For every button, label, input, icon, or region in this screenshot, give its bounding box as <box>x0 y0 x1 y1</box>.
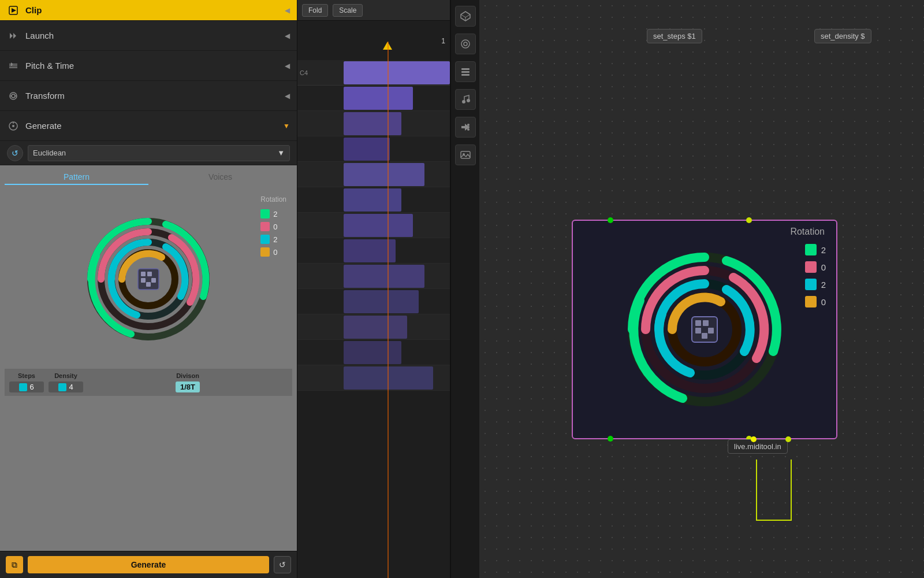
note-row-11 <box>297 340 450 365</box>
playhead-line <box>388 42 389 578</box>
launch-section[interactable]: Launch ◀ <box>0 21 297 51</box>
svg-line-27 <box>461 14 465 17</box>
svg-rect-59 <box>703 320 709 326</box>
note-block-5 <box>344 188 401 212</box>
dropdown-arrow-icon: ▼ <box>277 149 285 157</box>
density-group: Density 4 <box>49 372 83 392</box>
density-value-box[interactable]: 4 <box>49 381 83 392</box>
svg-point-38 <box>467 124 470 126</box>
euclidean-panel: Pattern Voices <box>0 165 297 551</box>
legend-item-1: 0 <box>260 222 286 231</box>
transform-arrow: ◀ <box>285 92 290 100</box>
large-legend-1: 0 <box>805 261 826 273</box>
division-value[interactable]: 1/8T <box>176 381 200 392</box>
svg-point-36 <box>467 99 470 102</box>
clip-section[interactable]: Clip ◀ <box>0 0 297 21</box>
note-block-3 <box>344 138 390 161</box>
svg-rect-24 <box>146 282 151 287</box>
sequence-button[interactable] <box>455 117 476 138</box>
clip-arrow: ◀ <box>285 6 290 14</box>
left-panel: Clip ◀ Launch ◀ <box>0 0 297 578</box>
bottom-controls: Steps 6 Density 4 Divison 1/8T <box>5 369 292 396</box>
large-value-3: 0 <box>821 297 826 307</box>
refresh-button[interactable]: ↺ <box>274 556 291 573</box>
steps-value: 6 <box>29 383 33 391</box>
miditool-node[interactable]: live.miditool.in <box>728 439 788 454</box>
large-euclidean-svg <box>624 249 785 410</box>
reset-button[interactable]: ↺ <box>7 145 23 161</box>
legend-item-3: 0 <box>260 247 286 257</box>
note-row-5 <box>297 187 450 213</box>
svg-point-9 <box>12 94 15 98</box>
euclidean-svg <box>82 213 215 346</box>
legend-dot-3 <box>260 247 270 257</box>
steps-group: Steps 6 <box>9 372 44 392</box>
top-connector-1 <box>608 217 613 223</box>
gen-icon-button[interactable]: ⧉ <box>6 556 23 573</box>
cube-button[interactable] <box>455 6 476 27</box>
set-steps-node[interactable]: set_steps $1 <box>647 29 702 43</box>
generate-section[interactable]: Generate ▼ <box>0 111 297 141</box>
set-density-label: set_density $ <box>821 32 865 40</box>
pitch-time-icon <box>7 60 20 72</box>
legend-value-2: 2 <box>273 235 277 244</box>
large-legend-2: 2 <box>805 279 826 290</box>
svg-marker-3 <box>13 33 16 39</box>
pattern-voices-tabs: Pattern Voices <box>5 170 292 185</box>
generate-button[interactable]: Generate <box>28 556 269 573</box>
note-block-4 <box>344 163 424 186</box>
wire-canvas <box>479 0 653 87</box>
rotation-title: Rotation <box>260 195 286 203</box>
legend-value-3: 0 <box>273 248 277 257</box>
large-legend-3: 0 <box>805 296 826 307</box>
miditool-label: live.miditool.in <box>734 442 781 451</box>
algorithm-dropdown[interactable]: Euclidean ▼ <box>28 145 290 161</box>
right-panel: set_steps $1 set_density $ Rotation <box>479 0 924 578</box>
legend-value-0: 2 <box>273 210 277 218</box>
note-block-11 <box>344 341 401 364</box>
note-row-12 <box>297 365 450 391</box>
bottom-connector-1 <box>608 436 613 442</box>
list-button[interactable] <box>455 61 476 82</box>
image-button[interactable] <box>455 144 476 165</box>
svg-point-39 <box>467 126 470 128</box>
scale-button[interactable]: Scale <box>333 4 363 17</box>
transform-icon <box>7 90 20 102</box>
legend-item-0: 2 <box>260 209 286 218</box>
svg-line-28 <box>465 14 470 17</box>
note-row-8 <box>297 264 450 289</box>
svg-rect-32 <box>461 68 470 70</box>
miditool-top-conn-1 <box>751 436 757 442</box>
euclidean-dropdown-row: ↺ Euclidean ▼ <box>0 141 297 165</box>
large-value-1: 0 <box>821 262 826 272</box>
set-density-node[interactable]: set_density $ <box>814 29 871 43</box>
large-dot-1 <box>805 261 817 273</box>
record-button[interactable] <box>455 34 476 54</box>
note-row-3 <box>297 136 450 162</box>
pitch-time-section[interactable]: Pitch & Time ◀ <box>0 51 297 81</box>
clip-label: Clip <box>25 5 285 15</box>
svg-point-40 <box>467 128 470 131</box>
legend-dot-2 <box>260 235 270 244</box>
fold-button[interactable]: Fold <box>302 4 328 17</box>
note-row-4 <box>297 162 450 187</box>
launch-arrow: ◀ <box>285 32 290 40</box>
euclidean-large-panel: Rotation <box>572 220 837 439</box>
pattern-tab[interactable]: Pattern <box>5 170 148 185</box>
steps-swatch <box>19 383 27 391</box>
svg-point-31 <box>464 42 467 46</box>
set-steps-label: set_steps $1 <box>653 32 696 40</box>
top-bar: Fold Scale <box>297 0 450 21</box>
voices-tab[interactable]: Voices <box>148 170 292 185</box>
note-block-10 <box>344 316 407 339</box>
legend-dot-1 <box>260 222 270 231</box>
note-button[interactable] <box>455 89 476 110</box>
svg-marker-1 <box>12 8 16 13</box>
steps-value-box[interactable]: 6 <box>9 381 44 392</box>
c4-label: C4 <box>300 69 308 76</box>
svg-point-35 <box>462 100 465 103</box>
transform-section[interactable]: Transform ◀ <box>0 81 297 111</box>
note-block-2 <box>344 112 401 135</box>
large-dot-0 <box>805 244 817 255</box>
legend-item-2: 2 <box>260 235 286 244</box>
